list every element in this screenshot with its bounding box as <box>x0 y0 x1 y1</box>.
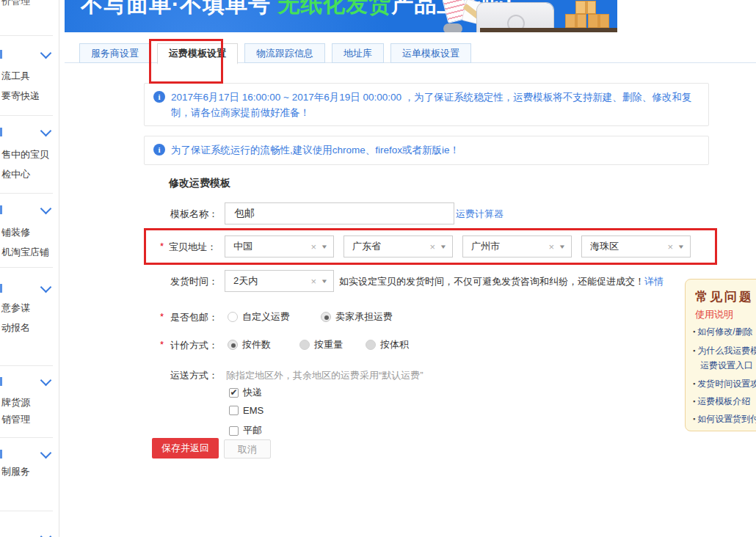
bullet-icon: ▪ <box>693 380 695 387</box>
select-value: 中国 <box>225 240 310 253</box>
radio-icon-selected[interactable] <box>228 340 238 350</box>
required-mark: * <box>160 339 164 350</box>
radio-icon[interactable] <box>228 312 238 322</box>
tab-address-library[interactable]: 地址库 <box>332 43 384 63</box>
option-label: 按重量 <box>314 338 343 351</box>
required-mark: * <box>160 311 164 322</box>
faq-link[interactable]: 运费设置入口 <box>700 359 753 372</box>
sidebar-item[interactable]: 制服务 <box>1 465 30 478</box>
divider <box>0 437 53 438</box>
package-box-icon <box>588 14 609 28</box>
address-select-country[interactable]: 中国 × ▼ <box>225 235 334 257</box>
checkbox-icon[interactable] <box>229 406 239 415</box>
bullet-icon: ▪ <box>693 415 695 423</box>
tab-shipping-template[interactable]: 运费模板设置 <box>157 43 238 65</box>
sidebar-item[interactable]: 意参谋 <box>1 302 30 315</box>
item-address-label: 宝贝地址： <box>169 241 217 254</box>
sidebar-section-header[interactable] <box>0 126 57 138</box>
page-title: 修改运费模板 <box>169 177 230 190</box>
address-select-province[interactable]: 广东省 × ▼ <box>344 235 453 257</box>
sidebar-item[interactable]: 牌货源 <box>1 396 30 409</box>
save-and-return-button[interactable]: 保存并返回 <box>152 438 219 459</box>
chevron-down-icon <box>40 282 52 293</box>
clear-icon[interactable]: × <box>667 241 673 252</box>
divider <box>0 115 53 116</box>
faq-link[interactable]: ▪运费模板介绍 <box>693 395 750 408</box>
faq-panel: 常见问题 使用说明 ▪如何修改/删除 ▪为什么我运费模 运费设置入口 ▪发货时间… <box>685 279 756 431</box>
sidebar-section-header[interactable] <box>0 376 57 387</box>
delivery-time-select[interactable]: 2天内 × ▼ <box>225 270 334 292</box>
sidebar-item[interactable]: 售中的宝贝 <box>1 148 49 161</box>
sidebar-item[interactable]: 流工具 <box>1 70 30 83</box>
faq-link[interactable]: ▪如何设置货到付 <box>693 413 756 425</box>
sidebar-section-header[interactable] <box>0 48 57 60</box>
caret-down-icon[interactable]: ▼ <box>440 244 447 250</box>
sidebar-item[interactable]: 销管理 <box>1 413 30 426</box>
checkbox-checked-icon[interactable]: ✔ <box>229 388 239 398</box>
sidebar-item-partial[interactable]: 价管理 <box>1 0 30 8</box>
package-box-icon <box>565 14 586 28</box>
address-select-district[interactable]: 海珠区 × ▼ <box>581 235 691 257</box>
caret-down-icon[interactable]: ▼ <box>321 244 328 250</box>
checkbox-ems[interactable]: EMS <box>229 405 263 416</box>
faq-link[interactable]: ▪发货时间设置攻 <box>693 378 756 390</box>
faq-usage-link[interactable]: 使用说明 <box>695 308 733 321</box>
sidebar-item[interactable]: 铺装修 <box>1 226 30 239</box>
tab-waybill-template[interactable]: 运单模板设置 <box>390 43 471 63</box>
clear-icon[interactable]: × <box>429 241 435 252</box>
tab-logistics-tracking[interactable]: 物流跟踪信息 <box>244 43 325 63</box>
select-value: 广州市 <box>463 240 548 253</box>
sidebar-item[interactable]: 检中心 <box>1 168 30 181</box>
tab-bar: 服务商设置 运费模板设置 物流跟踪信息 地址库 运单模板设置 <box>79 43 471 65</box>
faq-link[interactable]: ▪为什么我运费模 <box>693 345 756 357</box>
radio-icon[interactable] <box>299 340 310 350</box>
checkbox-icon[interactable] <box>229 426 239 436</box>
sidebar-section-header[interactable] <box>0 282 57 294</box>
radio-by-volume[interactable]: 按体积 <box>366 338 409 351</box>
section-label-fragment <box>0 50 2 59</box>
section-label-fragment <box>0 450 2 459</box>
chevron-down-icon <box>40 48 52 59</box>
checkbox-express[interactable]: ✔ 快递 <box>229 386 262 399</box>
promo-banner[interactable]: 不写面单·不填单号 无纸化发货产品上线啦! <box>65 0 617 32</box>
chevron-down-icon <box>40 448 52 459</box>
radio-icon-selected[interactable] <box>321 312 331 322</box>
info-icon: i <box>153 144 165 156</box>
info-icon: i <box>153 91 165 103</box>
cancel-button[interactable]: 取消 <box>224 439 271 459</box>
bullet-icon: ▪ <box>693 347 695 354</box>
sidebar-item[interactable]: 要寄快递 <box>1 90 40 103</box>
sidebar-section-header[interactable] <box>0 448 57 460</box>
required-mark: * <box>160 241 164 252</box>
clear-icon[interactable]: × <box>310 276 316 287</box>
radio-custom-freight[interactable]: 自定义运费 <box>228 310 290 324</box>
option-label: 按件数 <box>242 338 271 351</box>
template-name-input[interactable] <box>225 202 454 224</box>
checkbox-surface-mail[interactable]: 平邮 <box>229 424 262 437</box>
sidebar-section-header[interactable] <box>0 204 57 216</box>
radio-by-piece[interactable]: 按件数 <box>228 338 271 351</box>
sidebar-section-header[interactable] <box>0 532 57 537</box>
tab-service-provider[interactable]: 服务商设置 <box>79 43 150 63</box>
caret-down-icon[interactable]: ▼ <box>677 244 685 250</box>
caret-down-icon[interactable]: ▼ <box>559 244 566 250</box>
faq-link[interactable]: ▪如何修改/删除 <box>693 326 753 338</box>
clear-icon[interactable]: × <box>548 241 554 252</box>
sidebar-item[interactable]: 动报名 <box>1 321 30 335</box>
radio-seller-pays[interactable]: 卖家承担运费 <box>321 310 393 324</box>
bullet-icon: ▪ <box>693 398 695 405</box>
radio-by-weight[interactable]: 按重量 <box>299 338 343 351</box>
select-value: 广东省 <box>344 240 429 253</box>
clear-icon[interactable]: × <box>310 241 316 252</box>
package-box-icon <box>575 1 596 14</box>
option-label: 平邮 <box>243 424 262 437</box>
radio-icon[interactable] <box>366 340 376 350</box>
address-select-city[interactable]: 广州市 × ▼ <box>462 235 572 257</box>
divider <box>0 193 53 194</box>
caret-down-icon[interactable]: ▼ <box>321 278 328 285</box>
desk-graphic <box>480 28 617 32</box>
template-name-label: 模板名称： <box>170 208 218 221</box>
freight-calculator-link[interactable]: 运费计算器 <box>456 208 504 221</box>
detail-link[interactable]: 详情 <box>644 276 664 287</box>
sidebar-item[interactable]: 机淘宝店铺 <box>1 246 49 259</box>
